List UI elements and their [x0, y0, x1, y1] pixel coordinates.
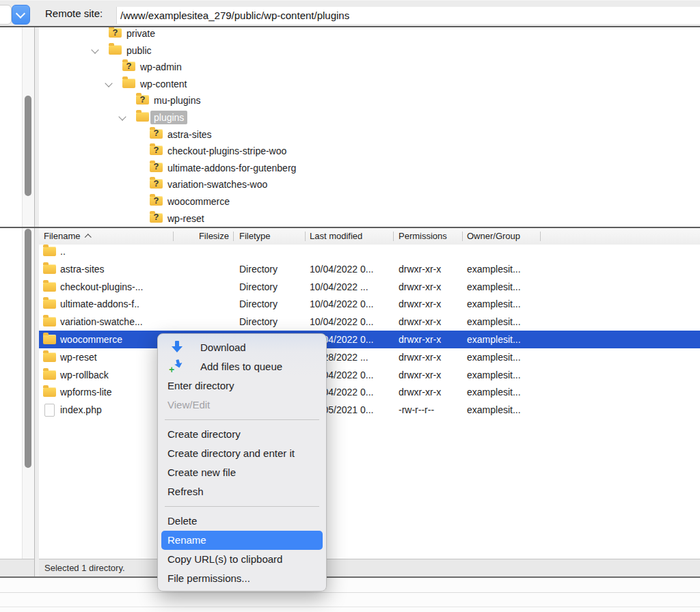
column-resize-handle[interactable] — [540, 232, 541, 241]
scrollbar-thumb[interactable] — [25, 96, 31, 196]
column-header-owner-group[interactable]: Owner/Group — [467, 231, 520, 242]
tree-item-label: private — [126, 27, 155, 40]
menu-separator — [158, 415, 326, 425]
menu-item-delete[interactable]: Delete — [158, 512, 326, 531]
tree-item-variation-swatches-woo[interactable]: variation-swatches-woo — [39, 176, 700, 193]
file-row-astra-sites[interactable]: astra-sitesDirectory10/04/2022 0...drwxr… — [39, 260, 700, 278]
folder-icon — [43, 247, 56, 256]
menu-item-file-permissions[interactable]: File permissions... — [158, 569, 326, 588]
selection-status-text: Selected 1 directory. — [44, 563, 125, 573]
toolbar: Remote site: — [0, 0, 700, 27]
cell-name: variation-swatche... — [60, 313, 143, 331]
chevron-down-icon[interactable] — [105, 79, 112, 87]
cell-name: woocommerce — [60, 331, 122, 348]
tree-item-label: astra-sites — [167, 128, 212, 141]
column-resize-handle[interactable] — [233, 232, 234, 241]
column-resize-handle[interactable] — [305, 232, 306, 241]
menu-item-label: Refresh — [167, 486, 204, 497]
tree-item-mu-plugins[interactable]: mu-plugins — [39, 92, 700, 109]
column-resize-handle[interactable] — [462, 232, 463, 241]
menu-item-refresh[interactable]: Refresh — [158, 482, 326, 501]
tree-item-private[interactable]: private — [39, 27, 700, 42]
tree-item-wp-admin[interactable]: wp-admin — [39, 59, 700, 75]
column-header-filetype[interactable]: Filetype — [239, 231, 271, 242]
tree-item-ultimate-addons-for-gutenberg[interactable]: ultimate-addons-for-gutenberg — [39, 160, 700, 176]
folder-icon — [43, 264, 56, 274]
tree-item-wp-content[interactable]: wp-content — [39, 76, 700, 92]
file-row-checkout-plugins[interactable]: checkout-plugins-...Directory10/04/2022 … — [39, 278, 700, 296]
local-panel-sliver-bottom — [0, 228, 34, 559]
file-row-wpforms-lite[interactable]: wpforms-liteDirectory10/04/2022 0...drwx… — [39, 383, 700, 401]
tree-item-wp-reset[interactable]: wp-reset — [39, 210, 700, 227]
file-icon — [44, 404, 55, 417]
cell-perm: drwxr-xr-x — [399, 383, 441, 401]
menu-item-rename[interactable]: Rename — [161, 531, 323, 550]
file-row-variation-swatche[interactable]: variation-swatche...Directory10/04/2022 … — [39, 313, 700, 331]
local-panel-sliver-top — [0, 27, 34, 227]
scrollbar-track[interactable] — [22, 27, 35, 227]
cell-own: examplesit... — [467, 260, 521, 278]
remote-path-field[interactable] — [116, 7, 700, 24]
menu-item-download[interactable]: Download — [158, 338, 326, 357]
scrollbar-thumb[interactable] — [25, 229, 31, 468]
file-row-index-php[interactable]: index.php10/05/2021 0...-rw-r--r--exampl… — [39, 401, 700, 419]
chevron-down-icon — [16, 9, 25, 18]
tree-item-woocommerce[interactable]: woocommerce — [39, 193, 700, 210]
column-resize-handle[interactable] — [173, 232, 174, 241]
column-header-permissions[interactable]: Permissions — [399, 231, 447, 242]
folder-question-icon — [150, 129, 163, 139]
menu-item-label: Rename — [167, 534, 206, 546]
menu-item-copy-url-s-to-clipboard[interactable]: Copy URL(s) to clipboard — [158, 550, 326, 569]
menu-item-create-directory-and-enter-it[interactable]: Create directory and enter it — [158, 444, 326, 463]
file-row-[interactable]: .. — [39, 245, 700, 260]
chevron-down-icon[interactable] — [118, 113, 126, 120]
tree-item-label: wp-content — [140, 78, 187, 90]
cell-perm: drwxr-xr-x — [399, 260, 441, 278]
tree-item-label: public — [126, 44, 152, 57]
folder-icon — [43, 282, 56, 292]
folder-question-icon — [150, 179, 163, 189]
file-row-woocommerce[interactable]: woocommerceDirectory10/04/2022 0...drwxr… — [39, 331, 700, 348]
tree-item-plugins[interactable]: plugins — [39, 109, 700, 126]
cell-perm: drwxr-xr-x — [399, 366, 441, 384]
cell-own: examplesit... — [467, 366, 521, 384]
menu-item-view-edit[interactable]: View/Edit — [158, 395, 326, 415]
menu-item-label: File permissions... — [167, 572, 250, 584]
local-status-bar — [0, 559, 34, 577]
menu-item-add-files-to-queue[interactable]: Add files to queue — [158, 357, 326, 376]
menu-item-create-new-file[interactable]: Create new file — [158, 463, 326, 482]
column-resize-handle[interactable] — [393, 232, 394, 241]
file-row-ultimate-addons-f[interactable]: ultimate-addons-f..Directory10/04/2022 0… — [39, 295, 700, 313]
cell-name: wp-rollback — [60, 366, 109, 384]
add-to-queue-icon — [170, 359, 184, 373]
tree-item-checkout-plugins-stripe-woo[interactable]: checkout-plugins-stripe-woo — [39, 143, 700, 159]
folder-icon — [43, 387, 56, 397]
divider — [0, 592, 700, 593]
tree-item-label: mu-plugins — [154, 94, 200, 107]
site-dropdown-button[interactable] — [12, 5, 30, 25]
cell-name: checkout-plugins-... — [60, 278, 143, 296]
cell-mod: 10/04/2022 0... — [310, 313, 373, 331]
cell-perm: drwxr-xr-x — [399, 331, 441, 348]
menu-item-enter-directory[interactable]: Enter directory — [158, 376, 326, 395]
file-row-wp-rollback[interactable]: wp-rollbackDirectory10/04/2022 0...drwxr… — [39, 366, 700, 384]
tree-item-label: woocommerce — [167, 195, 230, 208]
tree-item-public[interactable]: public — [39, 42, 700, 59]
cell-own: examplesit... — [467, 348, 521, 366]
file-row-wp-reset[interactable]: wp-resetDirectory09/28/2022 ...drwxr-xr-… — [39, 348, 700, 366]
file-list: ..astra-sitesDirectory10/04/2022 0...drw… — [39, 245, 700, 559]
cell-mod: 10/04/2022 0... — [310, 260, 373, 278]
column-header-last-modified[interactable]: Last modified — [310, 231, 362, 242]
menu-item-label: View/Edit — [167, 399, 210, 411]
scrollbar-track[interactable] — [22, 228, 35, 559]
tree-item-astra-sites[interactable]: astra-sites — [39, 126, 700, 143]
menu-item-label: Create new file — [167, 467, 236, 478]
column-header-filename[interactable]: Filename — [44, 231, 91, 242]
tree-item-label: wp-admin — [140, 61, 182, 73]
cell-mod: 10/04/2022 ... — [310, 278, 368, 296]
chevron-down-icon[interactable] — [91, 46, 98, 53]
menu-item-label: Create directory and enter it — [167, 447, 295, 459]
menu-item-create-directory[interactable]: Create directory — [158, 425, 326, 444]
remote-status-bar: Selected 1 directory. — [39, 559, 700, 577]
column-header-filesize[interactable]: Filesize — [169, 231, 229, 242]
